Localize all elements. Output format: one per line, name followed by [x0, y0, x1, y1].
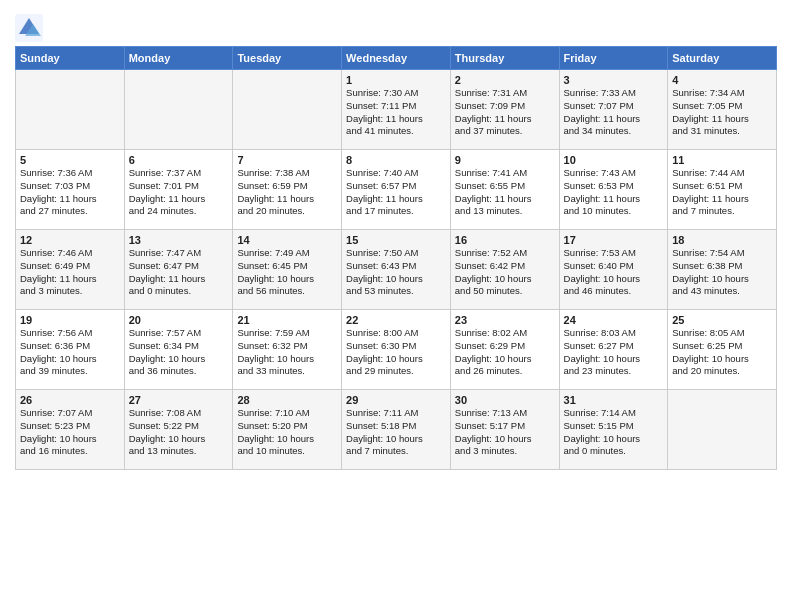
calendar-cell: 19Sunrise: 7:56 AMSunset: 6:36 PMDayligh… [16, 310, 125, 390]
header-row-days: SundayMondayTuesdayWednesdayThursdayFrid… [16, 47, 777, 70]
calendar-cell: 16Sunrise: 7:52 AMSunset: 6:42 PMDayligh… [450, 230, 559, 310]
day-number: 6 [129, 154, 229, 166]
day-number: 1 [346, 74, 446, 86]
day-number: 31 [564, 394, 664, 406]
calendar-cell: 3Sunrise: 7:33 AMSunset: 7:07 PMDaylight… [559, 70, 668, 150]
calendar-cell: 20Sunrise: 7:57 AMSunset: 6:34 PMDayligh… [124, 310, 233, 390]
day-header-monday: Monday [124, 47, 233, 70]
day-header-sunday: Sunday [16, 47, 125, 70]
day-number: 12 [20, 234, 120, 246]
day-info: Sunrise: 7:37 AMSunset: 7:01 PMDaylight:… [129, 167, 229, 218]
day-number: 4 [672, 74, 772, 86]
day-info: Sunrise: 7:38 AMSunset: 6:59 PMDaylight:… [237, 167, 337, 218]
day-header-friday: Friday [559, 47, 668, 70]
calendar-cell: 9Sunrise: 7:41 AMSunset: 6:55 PMDaylight… [450, 150, 559, 230]
day-info: Sunrise: 8:05 AMSunset: 6:25 PMDaylight:… [672, 327, 772, 378]
day-number: 8 [346, 154, 446, 166]
calendar-cell: 8Sunrise: 7:40 AMSunset: 6:57 PMDaylight… [342, 150, 451, 230]
calendar-cell [668, 390, 777, 470]
day-info: Sunrise: 7:56 AMSunset: 6:36 PMDaylight:… [20, 327, 120, 378]
day-info: Sunrise: 7:43 AMSunset: 6:53 PMDaylight:… [564, 167, 664, 218]
header-row [15, 10, 777, 42]
day-number: 10 [564, 154, 664, 166]
day-info: Sunrise: 7:30 AMSunset: 7:11 PMDaylight:… [346, 87, 446, 138]
day-number: 24 [564, 314, 664, 326]
day-number: 5 [20, 154, 120, 166]
calendar-cell: 7Sunrise: 7:38 AMSunset: 6:59 PMDaylight… [233, 150, 342, 230]
calendar-cell: 18Sunrise: 7:54 AMSunset: 6:38 PMDayligh… [668, 230, 777, 310]
day-info: Sunrise: 7:07 AMSunset: 5:23 PMDaylight:… [20, 407, 120, 458]
day-number: 21 [237, 314, 337, 326]
logo-icon [15, 14, 43, 42]
day-number: 22 [346, 314, 446, 326]
calendar-cell [233, 70, 342, 150]
day-info: Sunrise: 7:31 AMSunset: 7:09 PMDaylight:… [455, 87, 555, 138]
calendar-cell: 22Sunrise: 8:00 AMSunset: 6:30 PMDayligh… [342, 310, 451, 390]
week-row-4: 19Sunrise: 7:56 AMSunset: 6:36 PMDayligh… [16, 310, 777, 390]
day-number: 2 [455, 74, 555, 86]
week-row-5: 26Sunrise: 7:07 AMSunset: 5:23 PMDayligh… [16, 390, 777, 470]
calendar-cell: 2Sunrise: 7:31 AMSunset: 7:09 PMDaylight… [450, 70, 559, 150]
day-number: 18 [672, 234, 772, 246]
calendar-cell: 29Sunrise: 7:11 AMSunset: 5:18 PMDayligh… [342, 390, 451, 470]
day-number: 16 [455, 234, 555, 246]
calendar-cell: 31Sunrise: 7:14 AMSunset: 5:15 PMDayligh… [559, 390, 668, 470]
day-header-wednesday: Wednesday [342, 47, 451, 70]
calendar-cell: 30Sunrise: 7:13 AMSunset: 5:17 PMDayligh… [450, 390, 559, 470]
day-info: Sunrise: 7:49 AMSunset: 6:45 PMDaylight:… [237, 247, 337, 298]
day-header-saturday: Saturday [668, 47, 777, 70]
week-row-1: 1Sunrise: 7:30 AMSunset: 7:11 PMDaylight… [16, 70, 777, 150]
day-info: Sunrise: 7:13 AMSunset: 5:17 PMDaylight:… [455, 407, 555, 458]
day-number: 30 [455, 394, 555, 406]
day-info: Sunrise: 7:50 AMSunset: 6:43 PMDaylight:… [346, 247, 446, 298]
calendar-cell: 11Sunrise: 7:44 AMSunset: 6:51 PMDayligh… [668, 150, 777, 230]
week-row-3: 12Sunrise: 7:46 AMSunset: 6:49 PMDayligh… [16, 230, 777, 310]
day-info: Sunrise: 7:14 AMSunset: 5:15 PMDaylight:… [564, 407, 664, 458]
calendar-cell: 28Sunrise: 7:10 AMSunset: 5:20 PMDayligh… [233, 390, 342, 470]
day-info: Sunrise: 7:47 AMSunset: 6:47 PMDaylight:… [129, 247, 229, 298]
calendar-cell: 13Sunrise: 7:47 AMSunset: 6:47 PMDayligh… [124, 230, 233, 310]
calendar-cell: 1Sunrise: 7:30 AMSunset: 7:11 PMDaylight… [342, 70, 451, 150]
day-info: Sunrise: 7:11 AMSunset: 5:18 PMDaylight:… [346, 407, 446, 458]
day-info: Sunrise: 8:02 AMSunset: 6:29 PMDaylight:… [455, 327, 555, 378]
page-container: SundayMondayTuesdayWednesdayThursdayFrid… [0, 0, 792, 475]
day-number: 25 [672, 314, 772, 326]
logo [15, 14, 47, 42]
day-number: 7 [237, 154, 337, 166]
day-info: Sunrise: 7:40 AMSunset: 6:57 PMDaylight:… [346, 167, 446, 218]
day-info: Sunrise: 7:08 AMSunset: 5:22 PMDaylight:… [129, 407, 229, 458]
calendar-cell: 27Sunrise: 7:08 AMSunset: 5:22 PMDayligh… [124, 390, 233, 470]
day-number: 11 [672, 154, 772, 166]
day-info: Sunrise: 8:00 AMSunset: 6:30 PMDaylight:… [346, 327, 446, 378]
day-header-tuesday: Tuesday [233, 47, 342, 70]
calendar-cell: 6Sunrise: 7:37 AMSunset: 7:01 PMDaylight… [124, 150, 233, 230]
calendar-cell: 5Sunrise: 7:36 AMSunset: 7:03 PMDaylight… [16, 150, 125, 230]
calendar-cell: 17Sunrise: 7:53 AMSunset: 6:40 PMDayligh… [559, 230, 668, 310]
day-info: Sunrise: 7:52 AMSunset: 6:42 PMDaylight:… [455, 247, 555, 298]
calendar-cell: 26Sunrise: 7:07 AMSunset: 5:23 PMDayligh… [16, 390, 125, 470]
day-number: 20 [129, 314, 229, 326]
day-number: 17 [564, 234, 664, 246]
calendar-table: SundayMondayTuesdayWednesdayThursdayFrid… [15, 46, 777, 470]
day-number: 26 [20, 394, 120, 406]
day-number: 19 [20, 314, 120, 326]
day-info: Sunrise: 7:41 AMSunset: 6:55 PMDaylight:… [455, 167, 555, 218]
day-info: Sunrise: 7:57 AMSunset: 6:34 PMDaylight:… [129, 327, 229, 378]
day-number: 13 [129, 234, 229, 246]
calendar-cell: 14Sunrise: 7:49 AMSunset: 6:45 PMDayligh… [233, 230, 342, 310]
day-number: 28 [237, 394, 337, 406]
day-info: Sunrise: 7:54 AMSunset: 6:38 PMDaylight:… [672, 247, 772, 298]
day-info: Sunrise: 7:10 AMSunset: 5:20 PMDaylight:… [237, 407, 337, 458]
calendar-cell: 12Sunrise: 7:46 AMSunset: 6:49 PMDayligh… [16, 230, 125, 310]
day-info: Sunrise: 7:53 AMSunset: 6:40 PMDaylight:… [564, 247, 664, 298]
day-info: Sunrise: 7:44 AMSunset: 6:51 PMDaylight:… [672, 167, 772, 218]
day-header-thursday: Thursday [450, 47, 559, 70]
calendar-cell: 10Sunrise: 7:43 AMSunset: 6:53 PMDayligh… [559, 150, 668, 230]
week-row-2: 5Sunrise: 7:36 AMSunset: 7:03 PMDaylight… [16, 150, 777, 230]
day-number: 23 [455, 314, 555, 326]
day-info: Sunrise: 7:59 AMSunset: 6:32 PMDaylight:… [237, 327, 337, 378]
day-number: 29 [346, 394, 446, 406]
day-info: Sunrise: 7:34 AMSunset: 7:05 PMDaylight:… [672, 87, 772, 138]
day-number: 9 [455, 154, 555, 166]
calendar-cell: 15Sunrise: 7:50 AMSunset: 6:43 PMDayligh… [342, 230, 451, 310]
